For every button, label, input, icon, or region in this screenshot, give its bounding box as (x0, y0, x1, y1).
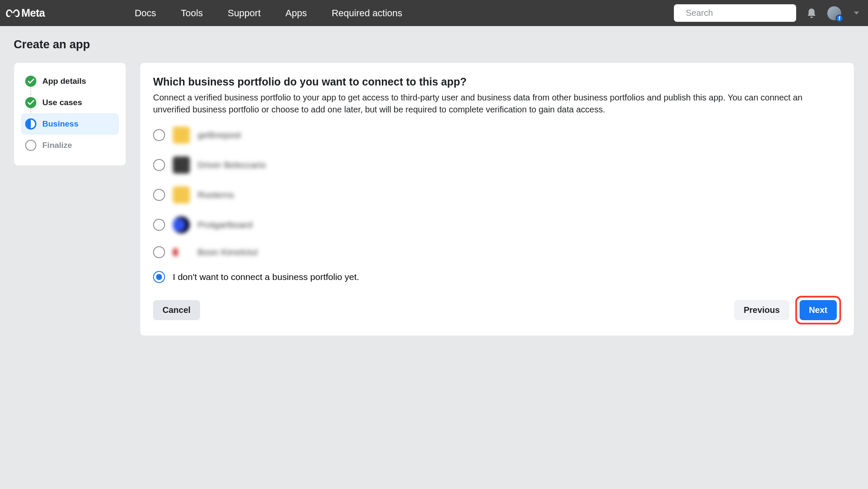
card-footer: Cancel Previous Next (153, 296, 841, 324)
pending-circle-icon (25, 140, 36, 151)
checkmark-icon (25, 76, 36, 87)
search-box[interactable] (674, 4, 796, 22)
meta-logo[interactable]: Meta (6, 7, 45, 19)
radio-button[interactable] (153, 219, 165, 231)
half-circle-icon (25, 118, 36, 130)
nav-required-actions[interactable]: Required actions (332, 8, 402, 19)
portfolio-label: Driver Beleccario (198, 160, 266, 170)
portfolio-option[interactable]: Protgartboard (153, 216, 841, 233)
page-body: Create an app App details Use cases (0, 26, 868, 348)
step-finalize[interactable]: Finalize (21, 135, 119, 156)
portfolio-option[interactable]: getlinepost (153, 127, 841, 144)
top-nav: Meta Docs Tools Support Apps Required ac… (0, 0, 868, 26)
portfolio-label: getlinepost (198, 130, 241, 140)
radio-button[interactable] (153, 246, 165, 258)
step-label: App details (42, 77, 86, 86)
layout: App details Use cases Business (14, 62, 854, 336)
question-description: Connect a verified business portfolio to… (153, 91, 841, 115)
portfolio-label: Protgartboard (198, 220, 252, 230)
radio-button[interactable] (153, 159, 165, 171)
portfolio-option[interactable]: Boon Kimelctul (153, 246, 841, 258)
nav-right: f (674, 4, 862, 22)
step-use-cases[interactable]: Use cases (21, 92, 119, 113)
no-portfolio-label: I don't want to connect a business portf… (173, 272, 359, 282)
nav-support[interactable]: Support (227, 8, 260, 19)
account-caret-icon[interactable] (853, 11, 859, 15)
step-app-details[interactable]: App details (21, 71, 119, 92)
portfolio-options: getlinepost Driver Beleccario Rooterns P… (153, 127, 841, 283)
brand-text: Meta (21, 7, 45, 19)
cancel-button[interactable]: Cancel (153, 300, 200, 320)
page-title: Create an app (14, 38, 854, 51)
portfolio-option[interactable]: Rooterns (153, 186, 841, 203)
next-button-highlight: Next (795, 296, 841, 324)
portfolio-option[interactable]: Driver Beleccario (153, 156, 841, 174)
portfolio-label: Boon Kimelctul (198, 247, 257, 257)
previous-button[interactable]: Previous (734, 300, 789, 320)
nav-docs[interactable]: Docs (135, 8, 156, 19)
portfolio-label: Rooterns (198, 190, 234, 200)
notifications-icon[interactable] (806, 8, 817, 19)
meta-infinity-icon (6, 9, 20, 18)
next-button[interactable]: Next (800, 300, 837, 320)
search-input[interactable] (686, 8, 794, 18)
facebook-badge-icon: f (836, 15, 843, 22)
nav-tools[interactable]: Tools (181, 8, 203, 19)
radio-button[interactable] (153, 189, 165, 201)
step-business[interactable]: Business (21, 113, 119, 135)
portfolio-icon (173, 127, 190, 144)
checkmark-icon (25, 97, 36, 108)
step-label: Use cases (42, 98, 82, 107)
no-portfolio-option[interactable]: I don't want to connect a business portf… (153, 271, 841, 283)
steps-sidebar: App details Use cases Business (14, 62, 126, 166)
main-card: Which business portfolio do you want to … (140, 62, 854, 336)
radio-button[interactable] (153, 129, 165, 141)
portfolio-icon (173, 186, 190, 203)
portfolio-icon (173, 156, 190, 174)
portfolio-icon (173, 248, 190, 256)
nav-apps[interactable]: Apps (286, 8, 307, 19)
portfolio-icon (173, 216, 190, 233)
question-heading: Which business portfolio do you want to … (153, 76, 841, 88)
nav-links: Docs Tools Support Apps Required actions (135, 8, 402, 19)
user-avatar[interactable]: f (827, 6, 841, 21)
step-label: Finalize (42, 141, 72, 150)
step-label: Business (42, 119, 78, 129)
radio-button[interactable] (153, 271, 165, 283)
